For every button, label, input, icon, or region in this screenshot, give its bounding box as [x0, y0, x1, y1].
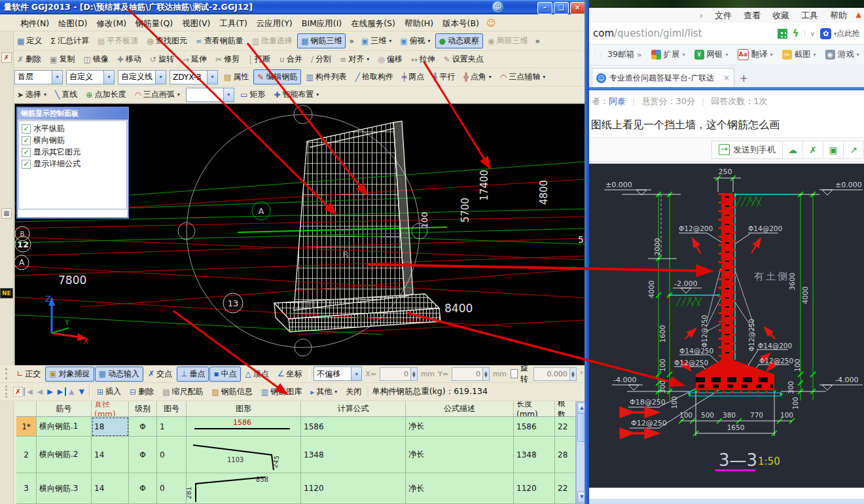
- action-icon-1[interactable]: ✗: [803, 141, 823, 159]
- menu-item-8[interactable]: 在线服务(S): [346, 17, 400, 29]
- baidu-paw-icon[interactable]: ✿: [820, 28, 831, 39]
- menu-smiley-icon[interactable]: ☺: [486, 18, 496, 28]
- collapse-icon[interactable]: ▲: [856, 10, 861, 19]
- draw-combo-3[interactable]: ZDYX-3▾: [170, 70, 218, 84]
- action-icon-2[interactable]: ▣: [823, 141, 844, 159]
- col-grade[interactable]: 级别: [129, 401, 157, 417]
- move-up-button[interactable]: ▲: [67, 387, 76, 396]
- next-row-button[interactable]: ▶: [45, 387, 54, 396]
- menu-item-4[interactable]: 视图(V): [177, 17, 215, 29]
- panel-checkbox-2[interactable]: ✓显示其它图元: [22, 147, 124, 158]
- sketch-button-0[interactable]: ➤选择▾: [13, 87, 50, 102]
- new-tab-button[interactable]: +: [740, 73, 748, 87]
- table-row[interactable]: 2 横向钢筋.2 14 Φ 0 1103245 1348 净长 1348 28: [16, 437, 576, 473]
- main-button-1[interactable]: Σ汇总计算: [46, 33, 93, 48]
- modify-button-2[interactable]: ◫镜像: [79, 52, 112, 67]
- modify-button-4[interactable]: ↺旋转: [146, 52, 178, 67]
- snap-button-5[interactable]: ▪中点: [209, 367, 240, 382]
- rebar-edit-button-3[interactable]: ▨钢筋信息: [208, 384, 257, 399]
- sketch-combo-4[interactable]: ▾: [186, 88, 234, 102]
- menu-item-1[interactable]: 绘图(D): [54, 17, 92, 29]
- rebar-edit-button-5[interactable]: ▸其他▾: [306, 384, 341, 399]
- panel-checkbox-3[interactable]: ✓显示详细公式: [22, 158, 124, 170]
- col-length[interactable]: 长度(mm): [514, 401, 555, 417]
- menu-item-6[interactable]: 云应用(Y): [252, 17, 297, 29]
- main-button-5[interactable]: ▥批量选择: [248, 33, 297, 48]
- main-button-9[interactable]: ▣俯视▾: [396, 33, 434, 48]
- y-input[interactable]: 0▲▼: [452, 367, 490, 381]
- modify-button-1[interactable]: ▣复制: [46, 52, 79, 67]
- sketch-button-1[interactable]: ╲直线: [51, 87, 81, 102]
- snap-button-2[interactable]: ▦动态输入: [95, 367, 143, 382]
- modify-button-10[interactable]: ≡对齐▾: [336, 52, 373, 67]
- action-icon-0[interactable]: ☁: [783, 141, 803, 159]
- browser-menu-3[interactable]: 工具: [801, 10, 818, 22]
- snap-button-4[interactable]: ⊥垂点: [177, 367, 209, 382]
- draw-combo-1[interactable]: 自定义▾: [66, 70, 115, 84]
- assistant-smiley-icon[interactable]: ☺: [492, 1, 503, 12]
- move-down-button[interactable]: ▼: [77, 387, 86, 396]
- modify-button-11[interactable]: ◎偏移: [374, 52, 406, 67]
- rebar-edit-button-1[interactable]: ⊟删除: [126, 384, 158, 399]
- modify-button-6[interactable]: ✂修剪: [211, 52, 243, 67]
- action-icon-3[interactable]: ↗: [844, 141, 864, 159]
- main-button-0[interactable]: ▦定义: [13, 33, 46, 48]
- promo-text[interactable]: 点此抢: [837, 28, 860, 39]
- modify-button-9[interactable]: ∕分割: [307, 52, 335, 67]
- browser-menu-1[interactable]: 查看: [744, 10, 761, 22]
- rebar-edit-button-2[interactable]: ▤缩尺配筋: [158, 384, 207, 399]
- main-button-2[interactable]: ▤平齐板顶: [94, 33, 142, 48]
- asker-link[interactable]: 阿泰: [609, 96, 626, 106]
- snap-button-6[interactable]: △顶点: [242, 367, 273, 382]
- bookmark-2[interactable]: Aa翻译▾: [738, 49, 773, 60]
- rotate-checkbox[interactable]: [511, 369, 518, 378]
- main-button-3[interactable]: ◎查找图元: [143, 33, 190, 48]
- menu-item-2[interactable]: 修改(M): [92, 17, 132, 29]
- modify-button-5[interactable]: →延伸: [179, 52, 211, 67]
- selected-cell[interactable]: 18: [92, 417, 129, 437]
- draw-button-9[interactable]: ╫平行: [429, 69, 459, 84]
- menu-item-5[interactable]: 工具(T): [215, 17, 251, 29]
- rotate-input[interactable]: 0.000▲▼: [533, 367, 577, 381]
- sketch-button-6[interactable]: ✚智能布置▾: [270, 87, 323, 102]
- menu-item-3[interactable]: 钢筋量(Q): [131, 17, 177, 29]
- menu-overflow-icon[interactable]: ›: [700, 10, 703, 20]
- col-figno[interactable]: 图号: [157, 401, 187, 417]
- dock-grid-icon[interactable]: ▦: [1, 208, 12, 219]
- col-formula[interactable]: 计算公式: [301, 401, 406, 417]
- last-row-button[interactable]: ▶: [56, 387, 66, 396]
- sketch-button-5[interactable]: ▭矩形: [236, 87, 269, 102]
- maximize-button[interactable]: ❑: [554, 2, 569, 14]
- snap-button-1[interactable]: ▣对象捕捉: [45, 367, 94, 382]
- browser-menu-4[interactable]: 帮助: [830, 10, 847, 22]
- table-row[interactable]: 1* 横向钢筋.1 18 Φ 1 1586 1586 净长 1586 22: [16, 417, 576, 437]
- col-shape[interactable]: 图形: [187, 401, 301, 417]
- menu-item-7[interactable]: BIM应用(I): [297, 17, 347, 29]
- bookmark-0[interactable]: 扩展▾: [651, 49, 685, 60]
- draw-button-4[interactable]: ▤属性: [220, 69, 253, 84]
- snap-button-7[interactable]: ∠坐标: [274, 367, 306, 382]
- speed-icon[interactable]: ϟ: [793, 27, 799, 39]
- url-dropdown-icon[interactable]: ∨: [804, 30, 815, 37]
- main-overflow-icon[interactable]: »: [532, 37, 542, 46]
- modify-button-0[interactable]: ✗删除: [13, 52, 45, 67]
- rebar-display-panel[interactable]: 钢筋显示控制面板 ✓水平纵筋✓横向钢筋✓显示其它图元✓显示详细公式: [16, 107, 129, 219]
- bookmark-1[interactable]: ¥网银▾: [694, 49, 729, 60]
- panel-close-icon[interactable]: ✗: [13, 387, 23, 397]
- menu-item-10[interactable]: 版本号(B): [438, 17, 484, 29]
- main-button-4[interactable]: ∞查看钢筋量: [192, 33, 247, 48]
- main-button-11[interactable]: ◉局部三维: [484, 33, 531, 48]
- draw-combo-0[interactable]: 首层▾: [14, 70, 63, 84]
- panel-checkbox-1[interactable]: ✓横向钢筋: [22, 135, 124, 146]
- draw-button-5[interactable]: ✎编辑钢筋: [253, 69, 301, 84]
- send-to-phone-button[interactable]: →发送到手机: [711, 141, 783, 159]
- sketch-button-2[interactable]: ⊕点加长度: [82, 87, 130, 102]
- draw-button-7[interactable]: ╱拾取构件: [351, 69, 397, 84]
- menu-item-0[interactable]: 构件(N): [16, 17, 54, 29]
- panel-title[interactable]: 钢筋显示控制面板: [18, 108, 128, 120]
- prev-row-button[interactable]: ◀: [35, 387, 45, 396]
- col-diameter[interactable]: 直径(mm): [92, 401, 129, 417]
- close-button[interactable]: ×: [570, 2, 585, 14]
- table-row[interactable]: 3 横向钢筋.3 14 Φ 0 281838 1120 净长 1120 22: [16, 473, 576, 504]
- snap-button-3[interactable]: ✗交点: [144, 367, 176, 382]
